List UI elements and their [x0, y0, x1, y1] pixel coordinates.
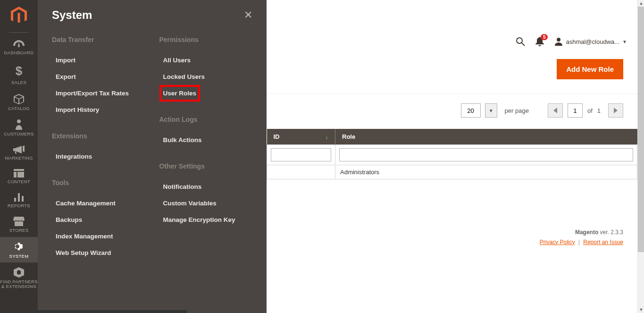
section-extensions: Extensions	[52, 132, 145, 140]
submenu-column-1: Data Transfer Import Export Import/Expor…	[52, 36, 145, 261]
section-tools: Tools	[52, 179, 145, 186]
sort-arrow-down-icon: ↓	[326, 133, 329, 140]
close-icon[interactable]: ✕	[244, 9, 252, 21]
megaphone-icon	[13, 145, 25, 154]
link-import-export-tax-rates[interactable]: Import/Export Tax Rates	[52, 85, 145, 102]
nav-divider	[9, 32, 29, 33]
filter-id-input[interactable]	[271, 148, 331, 161]
link-import[interactable]: Import	[52, 52, 145, 68]
link-user-roles[interactable]: User Roles	[159, 85, 201, 102]
link-locked-users[interactable]: Locked Users	[159, 68, 253, 85]
page-size-dropdown[interactable]: ▼	[485, 103, 497, 118]
nav-reports[interactable]: REPORTS	[0, 188, 38, 212]
nav-label: DASHBOARD	[4, 51, 34, 55]
gauge-icon	[13, 40, 25, 49]
column-header-id[interactable]: ID ↓	[267, 129, 335, 145]
nav-find-partners[interactable]: FIND PARTNERS & EXTENSIONS	[0, 262, 38, 293]
link-backups[interactable]: Backups	[52, 211, 145, 228]
roles-grid: ID ↓ Role Administrators	[267, 129, 637, 179]
link-all-users[interactable]: All Users	[159, 52, 253, 68]
table-row[interactable]: Administrators	[267, 165, 637, 179]
nav-customers[interactable]: CUSTOMERS	[0, 115, 38, 140]
nav-label: REPORTS	[8, 203, 30, 208]
link-integrations[interactable]: Integrations	[52, 148, 145, 165]
system-submenu: System ✕ Data Transfer Import Export Imp…	[38, 0, 267, 313]
link-custom-variables[interactable]: Custom Variables	[159, 195, 253, 211]
link-index-management[interactable]: Index Management	[52, 228, 145, 245]
section-action-logs: Action Logs	[159, 116, 253, 123]
link-web-setup-wizard[interactable]: Web Setup Wizard	[52, 245, 145, 261]
box-icon	[14, 94, 24, 104]
current-page-input[interactable]	[568, 103, 583, 118]
filter-role-input[interactable]	[339, 148, 633, 161]
link-export[interactable]: Export	[52, 68, 145, 85]
prev-page-button[interactable]	[548, 103, 563, 118]
nav-label: CATALOG	[8, 106, 30, 111]
nav-dashboard[interactable]: DASHBOARD	[0, 35, 38, 59]
storefront-icon	[13, 217, 25, 226]
action-bar: Add New Role	[267, 59, 637, 93]
nav-sales[interactable]: $ SALES	[0, 59, 38, 89]
top-bar: 5 ashmal@cloudwa... ▼	[267, 0, 637, 59]
scrollbar[interactable]: ▲ ▼	[637, 0, 644, 313]
notification-badge: 5	[541, 34, 548, 40]
nav-label: MARKETING	[5, 156, 33, 161]
person-icon	[16, 119, 22, 130]
nav-catalog[interactable]: CATALOG	[0, 89, 38, 115]
nav-label: FIND PARTNERS & EXTENSIONS	[0, 279, 38, 289]
puzzle-icon	[14, 267, 24, 278]
user-menu[interactable]: ashmal@cloudwa... ▼	[554, 37, 627, 46]
notifications-button[interactable]: 5	[535, 37, 544, 46]
nav-label: CUSTOMERS	[4, 132, 33, 136]
cell-id	[267, 165, 335, 179]
svg-rect-6	[22, 196, 24, 202]
svg-rect-3	[17, 172, 24, 178]
nav-label: SYSTEM	[9, 254, 29, 259]
page-size-input[interactable]	[461, 103, 481, 118]
chevron-down-icon: ▼	[622, 39, 627, 44]
add-new-role-button[interactable]: Add New Role	[557, 59, 623, 79]
total-pages: 1	[597, 107, 601, 114]
search-icon[interactable]	[516, 37, 525, 46]
svg-point-9	[557, 38, 560, 42]
scrollbar-down-arrow-icon[interactable]: ▼	[638, 306, 644, 313]
scrollbar-thumb[interactable]	[638, 7, 644, 252]
nav-label: STORES	[9, 228, 29, 233]
svg-rect-5	[18, 193, 20, 202]
link-bulk-actions[interactable]: Bulk Actions	[159, 132, 253, 148]
svg-point-7	[517, 38, 522, 43]
link-manage-encryption-key[interactable]: Manage Encryption Key	[159, 211, 253, 228]
svg-line-8	[522, 43, 525, 46]
section-data-transfer: Data Transfer	[52, 36, 145, 43]
nav-system[interactable]: SYSTEM	[0, 237, 38, 262]
privacy-policy-link[interactable]: Privacy Policy	[540, 239, 575, 245]
magento-logo-icon[interactable]	[11, 7, 27, 25]
username-label: ashmal@cloudwa...	[566, 38, 619, 45]
submenu-title: System	[52, 8, 92, 22]
nav-stores[interactable]: STORES	[0, 212, 38, 237]
svg-rect-1	[14, 169, 24, 171]
next-page-button[interactable]	[608, 103, 623, 118]
user-icon	[554, 37, 563, 46]
dollar-icon: $	[16, 64, 22, 78]
link-notifications[interactable]: Notifications	[159, 178, 253, 195]
page-footer: Magento ver. 2.3.3 Privacy Policy | Repo…	[540, 228, 623, 247]
footer-version: 2.3.3	[611, 229, 623, 236]
scrollbar-up-arrow-icon[interactable]: ▲	[638, 0, 644, 7]
main-content: 5 ashmal@cloudwa... ▼ Add New Role ▼ per…	[267, 0, 637, 313]
section-permissions: Permissions	[159, 36, 253, 43]
report-issue-link[interactable]: Report an Issue	[583, 239, 623, 245]
svg-point-0	[17, 119, 21, 123]
svg-rect-2	[14, 172, 17, 178]
per-page-label: per page	[505, 107, 529, 114]
grid-controls: ▼ per page of 1	[267, 93, 637, 129]
nav-marketing[interactable]: MARKETING	[0, 141, 38, 164]
layout-icon	[14, 169, 24, 178]
nav-content[interactable]: CONTENT	[0, 164, 38, 188]
of-label: of	[587, 107, 593, 114]
footer-product: Magento	[575, 229, 598, 236]
section-other-settings: Other Settings	[159, 162, 253, 170]
column-header-role[interactable]: Role	[335, 129, 637, 145]
link-cache-management[interactable]: Cache Management	[52, 195, 145, 211]
link-import-history[interactable]: Import History	[52, 102, 145, 118]
